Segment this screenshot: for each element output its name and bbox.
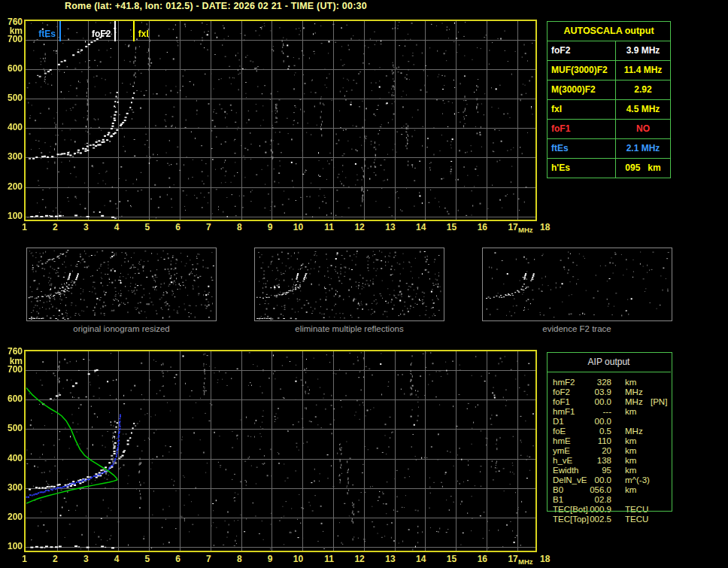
aip-row-b1: B102.8 (547, 495, 671, 505)
autoscala-table-header: AUTOSCALA output (548, 22, 670, 41)
x-tick-label: 5 (130, 223, 150, 232)
x-tick-label: 2 (38, 554, 58, 564)
aip-row-tectop: TEC[Top]002.5TECU (547, 515, 671, 524)
aip-row-hme: hmE110km (547, 436, 671, 446)
x-tick-label: 9 (253, 223, 272, 232)
y-tick-label: 200 (2, 512, 23, 522)
parameter-name: B0 (553, 485, 563, 495)
parameter-value: 00.0 (580, 417, 611, 427)
parameter-name: h'Es (548, 159, 616, 178)
y-tick-label: 300 (2, 152, 23, 162)
parameter-value: 110 (580, 436, 611, 446)
thumbnail-caption-evidence: evidence F2 trace (482, 324, 672, 333)
thumbnail-caption-eliminate: eliminate multiple reflections (254, 324, 444, 333)
x-tick-label: 12 (345, 223, 365, 232)
aip-table-header: AIP output (547, 352, 671, 372)
aip-row-delnve: DelN_vE00.0m^(-3) (547, 475, 671, 485)
thumbnail-evidence-f2 (482, 248, 672, 321)
parameter-name: M(3000)F2 (548, 80, 616, 99)
parameter-value: 000.9 (580, 505, 611, 515)
x-tick-label: 15 (437, 223, 457, 232)
parameter-unit: km (625, 378, 636, 387)
y-tick-label: 100 (2, 542, 23, 551)
parameter-value: 4.5 MHz (616, 100, 670, 119)
parameter-value: 00.0 (580, 397, 611, 407)
parameter-unit: km (625, 485, 636, 495)
parameter-unit: TECU (625, 505, 648, 515)
parameter-name: D1 (553, 417, 564, 427)
x-tick-label: 10 (284, 554, 303, 564)
x-tick-label: 1 (8, 223, 27, 232)
x-tick-label: 8 (223, 223, 242, 232)
x-tick-label: 17 (499, 554, 518, 564)
y-tick-label: 700 (2, 365, 23, 375)
autoscala-screen: Rome (lat: +41.8, lon: 012.5) - DATE: 20… (0, 0, 728, 568)
x-tick-label: 7 (192, 223, 211, 232)
parameter-name: ymE (553, 446, 570, 456)
thumbnail-original-ionogram (26, 248, 217, 321)
parameter-value: 95 (580, 466, 611, 475)
parameter-value: 02.8 (580, 495, 611, 505)
parameter-name: fxI (548, 100, 616, 119)
parameter-name: foE (553, 427, 566, 436)
parameter-name: MUF(3000)F2 (548, 61, 616, 80)
thumbnail-caption-original: original ionogram resized (26, 324, 217, 333)
scaled-ionogram-canvas (24, 20, 537, 221)
x-tick-label: 3 (69, 554, 89, 564)
parameter-value: NO (616, 120, 670, 138)
autoscala-row-hes: h'Es095 km (548, 159, 670, 178)
x-tick-label: 11 (314, 554, 334, 564)
x-tick-label: 6 (161, 223, 180, 232)
autoscala-row-m3000f2: M(3000)F22.92 (548, 80, 670, 100)
autoscala-row-fof2: foF23.9 MHz (548, 41, 670, 61)
aip-row-yme: ymE20km (547, 446, 671, 456)
thumbnail-original-canvas (27, 248, 216, 320)
x-tick-label: 8 (223, 554, 242, 564)
parameter-name: h_vE (553, 456, 572, 466)
aip-row-tecbot: TEC[Bot]000.9TECU (547, 505, 671, 515)
thumbnail-eliminate-canvas (255, 248, 444, 320)
x-tick-label: 18 (540, 223, 557, 232)
parameter-value: 2.1 MHz (616, 139, 670, 158)
parameter-name: hmF2 (553, 378, 575, 387)
x-axis-unit-label: MHz (518, 557, 533, 566)
aip-row-fof1: foF100.0MHz[PN] (547, 397, 671, 407)
parameter-unit: km (625, 466, 636, 475)
x-tick-label: 2 (38, 223, 58, 232)
y-tick-label: 600 (2, 394, 23, 404)
parameter-value: 138 (580, 456, 611, 466)
autoscala-row-fxi: fxI4.5 MHz (548, 100, 670, 120)
y-tick-label: 400 (2, 454, 23, 463)
x-tick-label: 1 (8, 554, 27, 564)
x-tick-label: 11 (314, 223, 334, 232)
parameter-unit: km (625, 436, 636, 446)
parameter-value: 056.0 (580, 485, 611, 495)
aip-output-panel: AIP output hmF2328kmfoF203.9MHzfoF100.0M… (547, 352, 671, 372)
parameter-value: 328 (580, 378, 611, 387)
x-tick-label: 16 (468, 554, 487, 564)
y-tick-label: 400 (2, 123, 23, 132)
parameter-value: 2.92 (616, 80, 670, 99)
parameter-value: --- (580, 407, 611, 417)
y-tick-label: 300 (2, 483, 23, 493)
thumbnail-eliminate-reflections (254, 248, 444, 321)
parameter-value: 11.4 MHz (616, 61, 670, 80)
parameter-unit: km (625, 456, 636, 466)
autoscala-row-fof1: foF1NO (548, 120, 670, 139)
aip-row-fof2: foF203.9MHz (547, 387, 671, 397)
parameter-value: 20 (580, 446, 611, 456)
x-tick-label: 7 (192, 554, 211, 564)
parameter-name: hmF1 (553, 407, 575, 417)
x-tick-label: 10 (284, 223, 303, 232)
y-tick-label: 200 (2, 182, 23, 192)
page-title: Rome (lat: +41.8, lon: 012.5) - DATE: 20… (65, 1, 367, 11)
autoscala-table-rows: foF23.9 MHzMUF(3000)F211.4 MHzM(3000)F22… (548, 41, 670, 178)
autoscala-row-muf3000f2: MUF(3000)F211.4 MHz (548, 61, 670, 80)
x-tick-label: 4 (99, 223, 119, 232)
y-tick-label: 700 (2, 35, 23, 44)
parameter-name: Ewidth (553, 466, 579, 475)
x-tick-label: 14 (406, 223, 426, 232)
parameter-unit: TECU (625, 515, 648, 524)
parameter-unit: km (625, 407, 636, 417)
parameter-name: foF1 (553, 397, 570, 407)
